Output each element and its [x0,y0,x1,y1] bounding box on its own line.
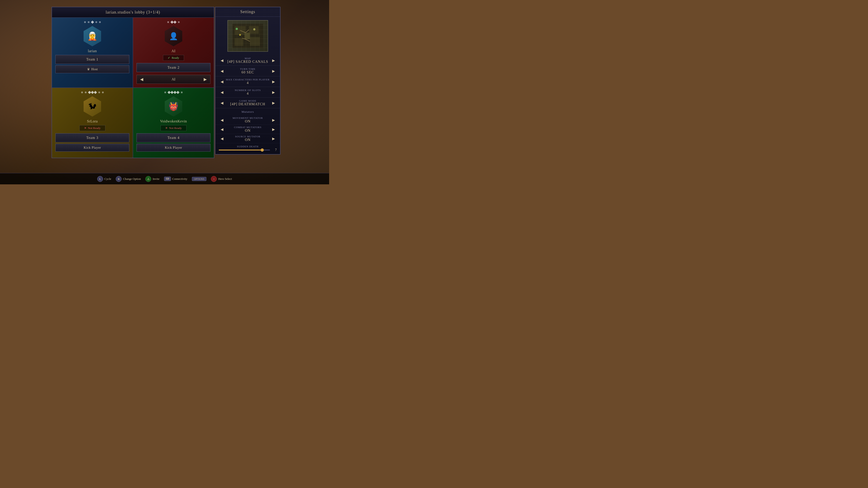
movement-nav: ◀ MOVEMENT MUTATOR ON ▶ [219,117,277,123]
num-slots-nav: ◀ NUMBER OF SLOTS 4 ▶ [219,89,277,96]
connectivity-label: Connectivity [172,177,187,181]
sudden-death-slider[interactable] [219,148,270,152]
bottom-cycle: L Cycle [97,176,111,182]
map-info: MAP [4P] SACRED CANALS [227,57,268,64]
game-mode-prev-btn[interactable]: ◀ [219,100,225,105]
slot-dots-3 [55,91,129,94]
diamond-icon [88,91,91,94]
game-mode-next-btn[interactable]: ▶ [270,100,277,105]
change-btn-icon[interactable]: R [116,176,122,182]
cycle-btn-label: L [99,177,101,180]
diamond-icon [170,91,174,94]
dot [98,92,100,93]
setting-num-slots: ◀ NUMBER OF SLOTS 4 ▶ [215,87,280,98]
avatar-wrapper-2: 👤 [163,26,184,49]
max-chars-nav: ◀ MAX CHARACTERS PER PLAYER 4 ▶ [219,78,277,85]
lobby-title-text: larian.studios's lobby (3+1/4) [106,10,160,14]
game-mode-info: GAME MODE [4P] DEATHMATCH [230,99,266,106]
kick-btn-4[interactable]: Kick Player [136,144,211,152]
source-prev-btn[interactable]: ◀ [219,136,225,141]
team-btn-4[interactable]: Team 4 [136,133,211,142]
avatar-img-4: 👹 [163,96,184,117]
turn-time-next-btn[interactable]: ▶ [270,68,277,74]
ai-prev-btn[interactable]: ◀ [140,77,143,82]
dot [84,21,86,23]
team-btn-2[interactable]: Team 2 [136,63,211,72]
dot [88,21,90,23]
team-btn-1[interactable]: Team 1 [55,55,129,64]
setting-sudden-death: SUDDEN DEATH 7 [215,143,280,154]
num-slots-next-btn[interactable]: ▶ [270,90,277,95]
turn-time-info: TURN TIME 60 SEC [240,68,255,74]
combat-label: COMBAT MUTATORS [234,126,261,129]
combat-nav: ◀ COMBAT MUTATORS ON ▶ [219,126,277,133]
movement-prev-btn[interactable]: ◀ [219,118,225,123]
max-chars-label: MAX CHARACTERS PER PLAYER [226,78,270,81]
x-icon-4: ✕ [165,126,168,130]
diamond-icon [91,91,94,94]
turn-time-prev-btn[interactable]: ◀ [219,68,225,74]
setting-map-nav: ◀ MAP [4P] SACRED CANALS ▶ [219,57,277,64]
lobby-container: larian.studios's lobby (3+1/4) 🧝 larian … [52,7,214,176]
slot-dots-4 [136,91,211,94]
num-slots-label: NUMBER OF SLOTS [235,89,260,92]
avatar-img-2: 👤 [163,26,184,46]
bottom-invite: △ Invite [145,176,159,182]
max-chars-value: 4 [226,81,270,85]
player-slot-3: 🐿 SrLora ✕ Not Ready Team 3 Kick Player [52,88,133,158]
x-icon-3: ✕ [84,126,87,130]
not-ready-badge-3: ✕ Not Ready [79,125,105,131]
avatar-wrapper-3: 🐿 [82,96,103,119]
diamond-icon [176,91,180,94]
source-info: SOURCE MUTATOR ON [235,135,260,142]
dot [178,21,180,23]
invite-btn-icon[interactable]: △ [145,176,151,182]
max-chars-next-btn[interactable]: ▶ [270,79,277,84]
ai-selector: ◀ AI ▶ [136,75,211,84]
dot [99,21,101,23]
host-label: Host [91,67,98,71]
bottom-change-option: R Change Option [116,176,141,182]
turn-time-label: TURN TIME [240,68,255,70]
setting-game-mode: ◀ GAME MODE [4P] DEATHMATCH ▶ [215,98,280,108]
ready-label-2: Ready [172,56,179,60]
map-next-btn[interactable]: ▶ [270,58,277,63]
settings-panel: Settings [215,7,281,155]
map-prev-btn[interactable]: ◀ [219,58,225,63]
mutator-movement: ◀ MOVEMENT MUTATOR ON ▶ [215,116,280,125]
cycle-btn-icon[interactable]: L [97,176,103,182]
player-grid: 🧝 larian Team 1 ♛ Host [52,18,214,158]
change-btn-label: R [118,177,120,180]
ai-next-btn[interactable]: ▶ [204,77,207,82]
bottom-hero-select: ○ Hero Select [211,176,232,182]
kick-btn-3[interactable]: Kick Player [55,144,129,152]
crown-icon: ♛ [87,67,90,71]
max-chars-prev-btn[interactable]: ◀ [219,79,225,84]
ai-value: AI [172,77,176,81]
avatar-wrapper-4: 👹 [163,96,184,119]
team-btn-3[interactable]: Team 3 [55,133,129,142]
diamond-icon [170,21,174,24]
combat-next-btn[interactable]: ▶ [270,127,277,132]
host-btn-1[interactable]: ♛ Host [55,65,129,73]
double-diamond [171,21,176,23]
sudden-death-label: SUDDEN DEATH [219,145,277,148]
dot [95,21,97,23]
options-btn[interactable]: OPTIONS [192,177,206,181]
connectivity-btn-icon[interactable]: ⌨ [164,177,171,181]
movement-value: ON [232,119,263,123]
avatar-4: 👹 [163,96,184,117]
hero-select-btn-icon[interactable]: ○ [211,176,217,182]
triple-diamond [88,91,96,94]
bottom-options: OPTIONS [192,177,206,181]
movement-next-btn[interactable]: ▶ [270,118,277,123]
hero-btn-label: ○ [213,177,215,180]
num-slots-prev-btn[interactable]: ◀ [219,90,225,95]
combat-prev-btn[interactable]: ◀ [219,127,225,132]
diamond-icon [174,91,177,94]
sudden-death-value: 7 [272,148,277,152]
source-next-btn[interactable]: ▶ [270,136,277,141]
max-chars-info: MAX CHARACTERS PER PLAYER 4 [226,78,270,85]
slider-track [219,150,270,151]
quad-diamond [168,91,179,94]
